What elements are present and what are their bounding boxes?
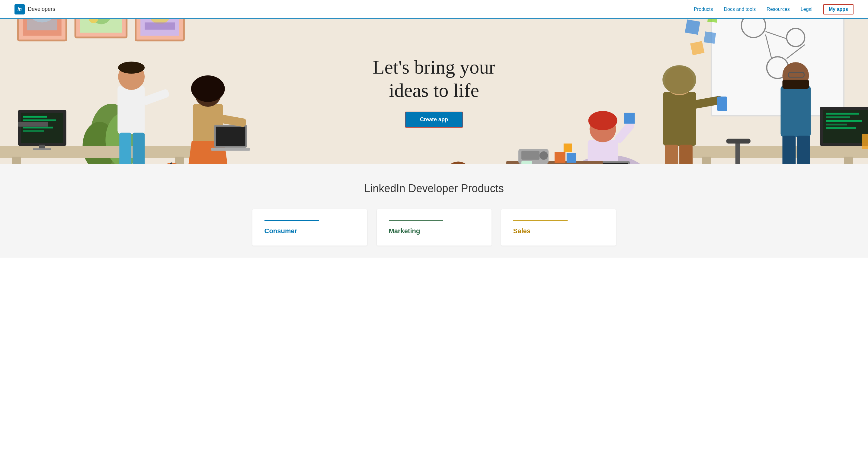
svg-rect-61 [690, 41, 704, 55]
product-card-sales[interactable]: Sales [501, 209, 616, 245]
nav-docs[interactable]: Docs and tools [724, 7, 756, 12]
svg-rect-65 [844, 157, 853, 164]
svg-rect-50 [18, 122, 48, 127]
marketing-card-name: Marketing [389, 227, 479, 235]
brand-name: Developers [28, 6, 55, 12]
svg-point-110 [539, 151, 548, 160]
svg-rect-24 [23, 116, 47, 117]
sales-card-name: Sales [513, 227, 604, 235]
svg-point-84 [662, 65, 696, 94]
product-card-marketing[interactable]: Marketing [377, 209, 492, 245]
svg-rect-28 [23, 130, 44, 132]
svg-rect-51 [711, 19, 844, 116]
svg-rect-71 [826, 124, 847, 126]
svg-rect-75 [588, 140, 618, 164]
svg-point-77 [588, 111, 617, 130]
products-section: LinkedIn Developer Products Consumer Mar… [0, 164, 868, 258]
svg-rect-30 [33, 148, 51, 150]
svg-rect-96 [797, 136, 810, 164]
svg-rect-34 [119, 133, 131, 164]
svg-rect-93 [782, 80, 809, 89]
svg-rect-112 [567, 153, 576, 163]
svg-rect-109 [521, 151, 539, 160]
nav-resources[interactable]: Resources [767, 7, 789, 12]
svg-rect-5 [27, 19, 57, 30]
svg-rect-63 [693, 146, 868, 158]
hero-section: Let's bring your ideas to life Create ap… [0, 19, 868, 164]
svg-rect-35 [132, 133, 145, 164]
svg-rect-100 [726, 139, 750, 144]
svg-rect-46 [216, 127, 245, 146]
svg-rect-67 [823, 110, 868, 143]
nav-legal[interactable]: Legal [801, 7, 812, 12]
svg-rect-114 [521, 161, 532, 164]
svg-rect-73 [862, 134, 868, 149]
svg-rect-25 [23, 120, 56, 121]
svg-rect-90 [717, 97, 727, 111]
svg-rect-27 [23, 127, 53, 129]
nav-myapps[interactable]: My apps [823, 4, 854, 14]
svg-rect-20 [12, 157, 21, 164]
svg-rect-47 [211, 148, 250, 151]
products-grid: Consumer Marketing Sales [14, 209, 854, 245]
hero-content: Let's bring your ideas to life Create ap… [373, 56, 495, 128]
svg-rect-58 [685, 19, 700, 35]
svg-rect-72 [826, 127, 856, 129]
svg-rect-21 [175, 157, 184, 164]
linkedin-icon: in [14, 4, 25, 14]
svg-rect-19 [0, 146, 193, 158]
svg-rect-91 [781, 86, 811, 137]
svg-rect-70 [826, 120, 862, 122]
consumer-card-name: Consumer [265, 227, 355, 235]
svg-rect-82 [663, 92, 696, 146]
svg-rect-60 [704, 31, 716, 44]
product-card-consumer[interactable]: Consumer [252, 209, 367, 245]
svg-rect-99 [736, 140, 740, 164]
sales-card-line [513, 220, 567, 221]
main-nav: Products Docs and tools Resources Legal … [694, 4, 854, 14]
create-app-button[interactable]: Create app [405, 112, 463, 128]
marketing-card-line [389, 220, 443, 221]
logo-link[interactable]: in Developers [14, 4, 55, 14]
svg-rect-31 [118, 86, 145, 134]
products-section-title: LinkedIn Developer Products [14, 182, 854, 195]
header: in Developers Products Docs and tools Re… [0, 0, 868, 19]
consumer-card-line [265, 220, 319, 221]
svg-rect-69 [826, 116, 850, 118]
hero-title: Let's bring your ideas to life [373, 56, 495, 102]
svg-rect-86 [679, 145, 692, 164]
svg-rect-68 [826, 113, 859, 115]
svg-rect-85 [665, 145, 678, 164]
svg-rect-81 [624, 113, 634, 124]
svg-rect-95 [782, 136, 796, 164]
svg-rect-111 [555, 152, 565, 163]
svg-rect-13 [145, 22, 175, 30]
svg-point-33 [118, 62, 145, 74]
svg-rect-64 [702, 157, 711, 164]
svg-rect-113 [564, 144, 572, 152]
svg-point-44 [191, 75, 225, 102]
nav-products[interactable]: Products [694, 7, 713, 12]
